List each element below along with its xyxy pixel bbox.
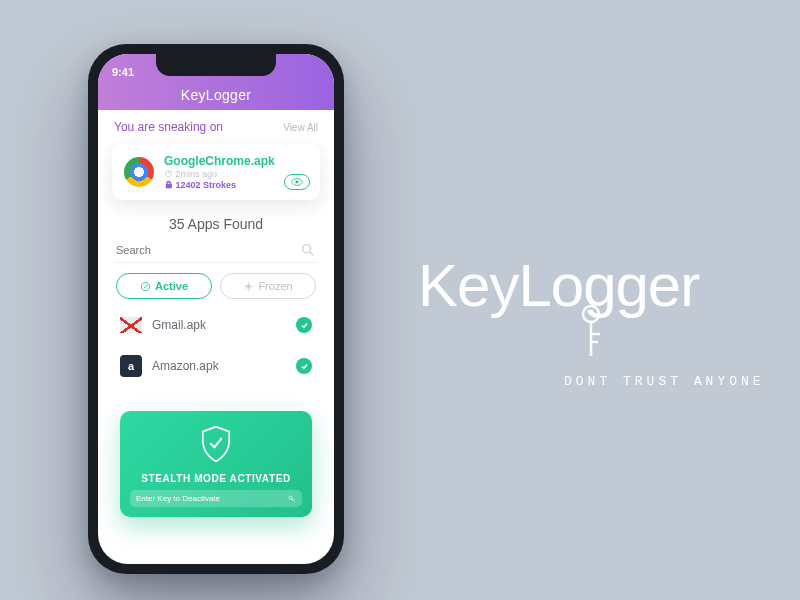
key-glyph-icon bbox=[576, 304, 606, 362]
search-row bbox=[116, 240, 316, 263]
brand-block: KeyLogger DONT TRUST ANYONE bbox=[418, 256, 765, 389]
filter-frozen-label: Frozen bbox=[258, 280, 292, 292]
eye-icon bbox=[290, 177, 304, 187]
snowflake-icon bbox=[243, 281, 254, 292]
key-icon bbox=[288, 495, 296, 503]
view-all-link[interactable]: View All bbox=[283, 122, 318, 133]
svg-point-0 bbox=[296, 181, 299, 184]
app-name: Amazon.apk bbox=[152, 359, 286, 373]
amazon-icon: a bbox=[120, 355, 142, 377]
filter-active-label: Active bbox=[155, 280, 188, 292]
stealth-sub-label: Enter Key to Deactivate bbox=[136, 494, 220, 503]
featured-app-card[interactable]: GoogleChrome.apk ⏱ 2mins ago 🔒︎ 12402 St… bbox=[112, 144, 320, 200]
chrome-icon bbox=[124, 157, 154, 187]
status-time: 9:41 bbox=[112, 66, 134, 78]
phone-frame: 9:41 KeyLogger You are sneaking on View … bbox=[88, 44, 344, 574]
shield-check-icon bbox=[199, 425, 233, 463]
brand-key: Key bbox=[418, 252, 518, 319]
watch-toggle[interactable] bbox=[284, 174, 310, 190]
svg-point-4 bbox=[289, 496, 292, 499]
sneak-title: You are sneaking on bbox=[114, 120, 223, 134]
filter-active[interactable]: Active bbox=[116, 273, 212, 299]
phone-notch bbox=[156, 54, 276, 76]
app-name: Gmail.apk bbox=[152, 318, 286, 332]
apps-found-count: 35 Apps Found bbox=[98, 210, 334, 240]
svg-point-1 bbox=[303, 245, 311, 253]
brand-logo: KeyLogger bbox=[418, 256, 699, 316]
featured-app-name: GoogleChrome.apk bbox=[164, 154, 275, 168]
svg-point-5 bbox=[583, 306, 599, 322]
stealth-deactivate[interactable]: Enter Key to Deactivate bbox=[130, 490, 302, 507]
app-row-amazon[interactable]: a Amazon.apk bbox=[116, 349, 316, 383]
filter-row: Active Frozen bbox=[116, 273, 316, 299]
phone-screen: 9:41 KeyLogger You are sneaking on View … bbox=[98, 54, 334, 564]
app-bar: KeyLogger bbox=[98, 80, 334, 110]
stealth-title: STEALTH MODE ACTIVATED bbox=[130, 473, 302, 484]
sneak-header: You are sneaking on View All bbox=[98, 110, 334, 140]
search-input[interactable] bbox=[116, 244, 300, 256]
status-active-icon bbox=[296, 358, 312, 374]
lock-icon: 🔒︎ bbox=[164, 180, 176, 190]
brand-logger: Logger bbox=[518, 252, 699, 319]
featured-info: GoogleChrome.apk ⏱ 2mins ago 🔒︎ 12402 St… bbox=[164, 154, 275, 190]
check-badge-icon bbox=[140, 281, 151, 292]
svg-point-3 bbox=[141, 282, 149, 290]
app-row-gmail[interactable]: Gmail.apk bbox=[116, 311, 316, 339]
svg-line-2 bbox=[310, 252, 313, 255]
featured-time: ⏱ 2mins ago bbox=[164, 169, 275, 179]
gmail-icon bbox=[120, 317, 142, 333]
filter-frozen[interactable]: Frozen bbox=[220, 273, 316, 299]
stealth-card[interactable]: STEALTH MODE ACTIVATED Enter Key to Deac… bbox=[120, 411, 312, 517]
status-active-icon bbox=[296, 317, 312, 333]
brand-tagline: DONT TRUST ANYONE bbox=[564, 374, 765, 389]
search-icon[interactable] bbox=[300, 242, 316, 258]
app-title: KeyLogger bbox=[181, 87, 251, 103]
featured-strokes: 🔒︎ 12402 Strokes bbox=[164, 180, 275, 190]
clock-icon: ⏱ bbox=[164, 169, 176, 179]
